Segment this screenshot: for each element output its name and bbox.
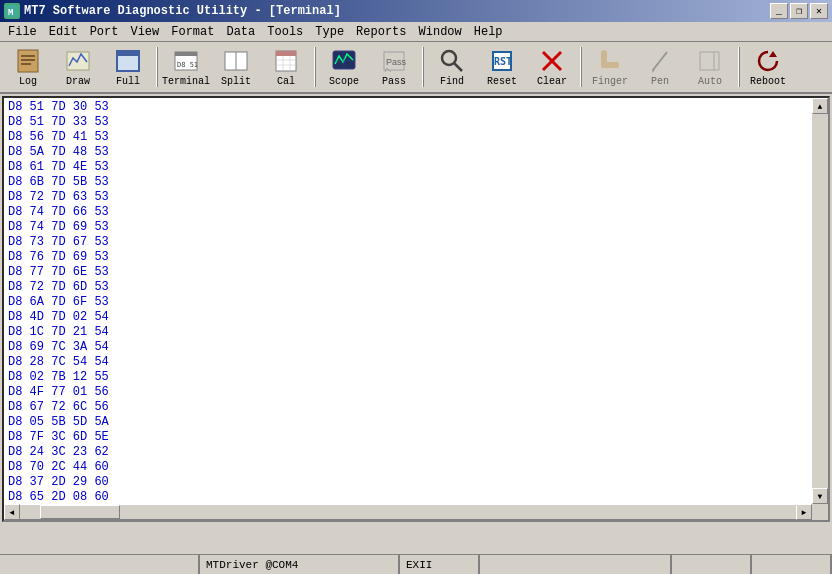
restore-button[interactable]: ❐ (790, 3, 808, 19)
terminal-line: D8 51 7D 30 53 (8, 100, 824, 115)
terminal-line: D8 4F 77 01 56 (8, 385, 824, 400)
pass-label: Pass (382, 76, 406, 87)
terminal-line: D8 69 7C 3A 54 (8, 340, 824, 355)
svg-rect-2 (18, 50, 38, 72)
terminal-line: D8 76 7D 69 53 (8, 250, 824, 265)
scope-label: Scope (329, 76, 359, 87)
menu-bar: File Edit Port View Format Data Tools Ty… (0, 22, 832, 42)
terminal-line: D8 72 7D 6D 53 (8, 280, 824, 295)
scroll-up-button[interactable]: ▲ (812, 98, 828, 114)
terminal-line: D8 5A 7D 48 53 (8, 145, 824, 160)
terminal-label: Terminal (162, 76, 210, 87)
close-button[interactable]: ✕ (810, 3, 828, 19)
terminal-line: D8 05 5B 5D 5A (8, 415, 824, 430)
svg-rect-8 (117, 51, 139, 56)
menu-type[interactable]: Type (309, 24, 350, 40)
scroll-left-button[interactable]: ◄ (4, 504, 20, 520)
terminal-window[interactable]: D8 51 7D 30 53D8 51 7D 33 53D8 56 7D 41 … (2, 96, 830, 522)
menu-port[interactable]: Port (84, 24, 125, 40)
main-area: D8 51 7D 30 53D8 51 7D 33 53D8 56 7D 41 … (0, 94, 832, 524)
terminal-line: D8 24 3C 23 62 (8, 445, 824, 460)
menu-reports[interactable]: Reports (350, 24, 412, 40)
terminal-content: D8 51 7D 30 53D8 51 7D 33 53D8 56 7D 41 … (4, 98, 828, 520)
scroll-down-button[interactable]: ▼ (812, 488, 828, 504)
clear-button[interactable]: Clear (528, 45, 576, 89)
menu-format[interactable]: Format (165, 24, 220, 40)
svg-text:Pass: Pass (386, 57, 407, 67)
terminal-line: D8 74 7D 66 53 (8, 205, 824, 220)
scroll-right-button[interactable]: ► (796, 504, 812, 520)
menu-view[interactable]: View (124, 24, 165, 40)
status-driver: MTDriver @COM4 (200, 555, 400, 574)
menu-edit[interactable]: Edit (43, 24, 84, 40)
toolbar-sep-3 (422, 47, 424, 87)
pass-button[interactable]: Pass Pass (370, 45, 418, 89)
reboot-button[interactable]: Reboot (744, 45, 792, 89)
toolbar-sep-5 (738, 47, 740, 87)
menu-data[interactable]: Data (220, 24, 261, 40)
minimize-button[interactable]: _ (770, 3, 788, 19)
mode-status: EXII (406, 559, 432, 571)
reset-button[interactable]: RST Reset (478, 45, 526, 89)
terminal-line: D8 6A 7D 6F 53 (8, 295, 824, 310)
app-icon: M (4, 3, 20, 19)
reset-label: Reset (487, 76, 517, 87)
svg-rect-10 (175, 52, 197, 56)
cal-label: Cal (277, 76, 295, 87)
status-empty3 (672, 555, 752, 574)
terminal-line: D8 56 7D 41 53 (8, 130, 824, 145)
cal-button[interactable]: Cal (262, 45, 310, 89)
toolbar: Log Draw Full D8 51 7D (0, 42, 832, 94)
pen-label: Pen (651, 76, 669, 87)
title-bar: M MT7 Software Diagnostic Utility - [Ter… (0, 0, 832, 22)
window-controls: _ ❐ ✕ (770, 3, 828, 19)
pen-button[interactable]: Pen (636, 45, 684, 89)
svg-point-25 (442, 51, 456, 65)
toolbar-sep-2 (314, 47, 316, 87)
split-button[interactable]: Split (212, 45, 260, 89)
find-button[interactable]: Find (428, 45, 476, 89)
terminal-line: D8 72 7D 63 53 (8, 190, 824, 205)
toolbar-sep-4 (580, 47, 582, 87)
log-button[interactable]: Log (4, 45, 52, 89)
status-bar: MTDriver @COM4 EXII (0, 554, 832, 574)
full-label: Full (116, 76, 140, 87)
status-empty2 (480, 555, 672, 574)
terminal-line: D8 1C 7D 21 54 (8, 325, 824, 340)
terminal-button[interactable]: D8 51 7D Terminal (162, 45, 210, 89)
auto-button[interactable]: Auto (686, 45, 734, 89)
split-label: Split (221, 76, 251, 87)
terminal-line: D8 65 2D 08 60 (8, 490, 824, 505)
terminal-line: D8 02 7B 12 55 (8, 370, 824, 385)
svg-marker-39 (769, 51, 777, 57)
driver-status: MTDriver @COM4 (206, 559, 298, 571)
draw-button[interactable]: Draw (54, 45, 102, 89)
full-button[interactable]: Full (104, 45, 152, 89)
terminal-line: D8 7F 3C 6D 5E (8, 430, 824, 445)
svg-rect-32 (601, 62, 619, 68)
scope-button[interactable]: Scope (320, 45, 368, 89)
terminal-line: D8 70 2C 44 60 (8, 460, 824, 475)
menu-help[interactable]: Help (468, 24, 509, 40)
svg-text:RST: RST (494, 56, 512, 67)
horizontal-scrollbar[interactable]: ◄ ► (4, 504, 812, 520)
menu-window[interactable]: Window (413, 24, 468, 40)
menu-tools[interactable]: Tools (261, 24, 309, 40)
menu-file[interactable]: File (2, 24, 43, 40)
svg-text:D8 51 7D: D8 51 7D (177, 61, 199, 69)
svg-rect-15 (276, 51, 296, 56)
terminal-line: D8 4D 7D 02 54 (8, 310, 824, 325)
svg-text:M: M (8, 8, 13, 18)
svg-line-26 (454, 63, 462, 71)
vertical-scrollbar[interactable]: ▲ ▼ (812, 98, 828, 504)
scrollbar-corner (812, 504, 828, 520)
window-title: MT7 Software Diagnostic Utility - [Termi… (24, 4, 341, 18)
auto-label: Auto (698, 76, 722, 87)
find-label: Find (440, 76, 464, 87)
svg-rect-35 (700, 52, 714, 70)
toolbar-sep-1 (156, 47, 158, 87)
terminal-line: D8 74 7D 69 53 (8, 220, 824, 235)
finger-button[interactable]: Finger (586, 45, 634, 89)
draw-label: Draw (66, 76, 90, 87)
status-mode: EXII (400, 555, 480, 574)
